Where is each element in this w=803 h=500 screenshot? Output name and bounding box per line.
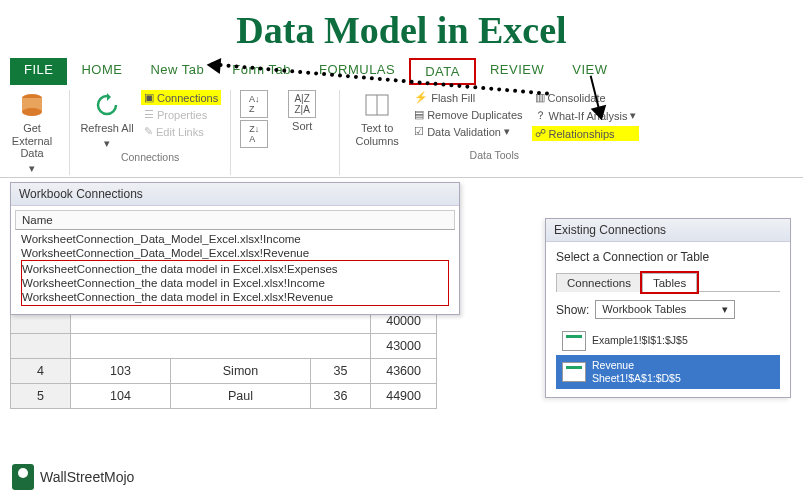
sort-az-icon[interactable]: A↓Z [240,90,268,118]
watermark: WallStreetMojo [12,464,134,490]
properties-icon: ☰ [144,108,154,121]
flash-fill-icon: ⚡ [414,91,428,104]
table-item-selected[interactable]: Revenue Sheet1!$A$1:$D$5 [556,355,780,389]
properties-button: ☰ Properties [141,107,221,122]
whatif-icon: ？ [535,108,546,123]
sort-label: Sort [292,120,312,133]
row-header[interactable]: 5 [11,384,71,409]
workbook-connections-dialog: Workbook Connections Name WorksheetConne… [10,182,460,315]
svg-point-2 [22,108,42,116]
edit-links-button: ✎ Edit Links [141,124,221,139]
text-to-columns-label: Text to Columns [349,122,405,147]
tab-view[interactable]: VIEW [558,58,621,85]
editlinks-icon: ✎ [144,125,153,138]
watermark-text: WallStreetMojo [40,469,134,485]
flash-fill-label: Flash Fill [431,92,475,104]
dialog-title: Workbook Connections [11,183,459,206]
tab-file[interactable]: FILE [10,58,67,85]
dialog-subtitle: Select a Connection or Table [556,250,780,264]
text-to-columns-icon [362,90,392,120]
dropdown-icon: ▾ [29,162,35,175]
dropdown-icon: ▾ [722,303,728,316]
connections-label: Connections [157,92,218,104]
data-validation-label: Data Validation [427,126,501,138]
connection-item[interactable]: WorksheetConnection_Data_Model_Excel.xls… [21,246,449,260]
cell[interactable]: 44900 [371,384,437,409]
tab-review[interactable]: REVIEW [476,58,558,85]
cell[interactable]: 35 [311,359,371,384]
data-tools-group-label: Data Tools [470,147,519,161]
whatif-button[interactable]: ？ What-If Analysis ▾ [532,107,640,124]
cell[interactable]: 43600 [371,359,437,384]
text-to-columns-button[interactable]: Text to Columns [349,90,405,147]
database-icon [17,90,47,120]
whatif-label: What-If Analysis [549,110,628,122]
remove-dup-icon: ▤ [414,108,424,121]
link-icon: ▣ [144,91,154,104]
show-select-value: Workbook Tables [602,303,686,316]
remove-dup-button[interactable]: ▤ Remove Duplicates [411,107,525,122]
cell[interactable]: 36 [311,384,371,409]
sort-button[interactable]: A|ZZ|A Sort [274,90,330,133]
table-item-name: Revenue [592,359,681,372]
refresh-label: Refresh All [80,122,133,135]
tab-home[interactable]: HOME [67,58,136,85]
dialog-title: Existing Connections [546,219,790,242]
refresh-all-button[interactable]: Refresh All ▾ [79,90,135,149]
sort-icon: A|ZZ|A [288,90,316,118]
subtab-connections[interactable]: Connections [556,273,642,292]
relationships-button[interactable]: ☍ Relationships [532,126,640,141]
connection-item[interactable]: WorksheetConnection_the data model in Ex… [22,290,448,304]
editlinks-label: Edit Links [156,126,204,138]
dropdown-icon: ▾ [630,109,636,122]
remove-dup-label: Remove Duplicates [427,109,522,121]
properties-label: Properties [157,109,207,121]
row-header[interactable]: 4 [11,359,71,384]
get-external-data-button[interactable]: Get External Data ▾ [4,90,60,175]
refresh-icon [92,90,122,120]
relationships-label: Relationships [549,128,615,140]
dropdown-icon: ▾ [104,137,110,150]
connections-button[interactable]: ▣ Connections [141,90,221,105]
table-icon [562,362,586,382]
cell[interactable]: Simon [171,359,311,384]
show-label: Show: [556,303,589,317]
table-icon [562,331,586,351]
existing-connections-dialog: Existing Connections Select a Connection… [545,218,791,398]
get-external-data-label: Get External Data [4,122,60,160]
ribbon-body: Get External Data ▾ Refresh All ▾ ▣ Conn… [0,85,803,178]
table-item[interactable]: Example1!$I$1:$J$5 [556,327,780,355]
cell[interactable]: 104 [71,384,171,409]
cell[interactable]: 103 [71,359,171,384]
cell[interactable]: Paul [171,384,311,409]
data-validation-button[interactable]: ☑ Data Validation ▾ [411,124,525,139]
dropdown-icon: ▾ [504,125,510,138]
table-item-range: Sheet1!$A$1:$D$5 [592,372,681,385]
connection-item[interactable]: WorksheetConnection_the data model in Ex… [22,262,448,276]
connections-group-label: Connections [121,149,179,163]
data-validation-icon: ☑ [414,125,424,138]
logo-icon [12,464,34,490]
subtab-tables[interactable]: Tables [642,273,697,292]
table-item-range: Example1!$I$1:$J$5 [592,334,688,347]
show-select[interactable]: Workbook Tables ▾ [595,300,735,319]
page-title: Data Model in Excel [0,0,803,58]
connection-item[interactable]: WorksheetConnection_the data model in Ex… [22,276,448,290]
cell[interactable]: 43000 [371,334,437,359]
name-column-header[interactable]: Name [15,210,455,230]
relationships-icon: ☍ [535,127,546,140]
connection-item[interactable]: WorksheetConnection_Data_Model_Excel.xls… [21,232,449,246]
sort-za-icon[interactable]: Z↓A [240,120,268,148]
